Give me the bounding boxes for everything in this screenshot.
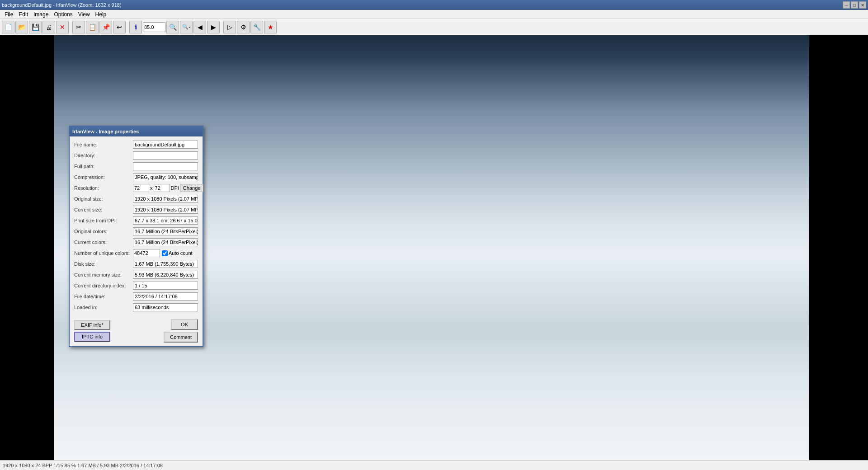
original-size-value: 1920 x 1080 Pixels (2.07 MPixels) (16:9) <box>133 195 198 203</box>
current-colors-value: 16,7 Million (24 BitsPerPixel) <box>133 238 198 246</box>
original-size-row: Original size: 1920 x 1080 Pixels (2.07 … <box>74 194 198 203</box>
info-button[interactable]: ℹ <box>129 21 142 33</box>
undo-button[interactable]: ↩ <box>113 21 126 33</box>
unique-colors-controls: 48472 Auto count <box>133 249 198 257</box>
resolution-unit: DPI <box>171 185 179 191</box>
iptc-info-button[interactable]: IPTC info <box>74 332 110 342</box>
directory-index-label: Current directory index: <box>74 283 133 288</box>
statusbar: 1920 x 1080 x 24 BPP 1/15 85 % 1.67 MB /… <box>0 460 868 470</box>
directory-index-row: Current directory index: 1 / 15 <box>74 281 198 290</box>
directory-label: Directory: <box>74 153 133 158</box>
close-button[interactable]: ✕ <box>859 1 866 9</box>
menu-options[interactable]: Options <box>51 10 75 19</box>
cut-button[interactable]: ✂ <box>72 21 85 33</box>
right-border <box>809 35 868 460</box>
disk-size-label: Disk size: <box>74 261 133 267</box>
titlebar-title: backgroundDefault.jpg - IrfanView (Zoom:… <box>2 2 122 8</box>
file-datetime-label: File date/time: <box>74 294 133 299</box>
open-button[interactable]: 📂 <box>15 21 28 33</box>
memory-size-label: Current memory size: <box>74 272 133 277</box>
file-datetime-value: 2/2/2016 / 14:17:08 <box>133 292 198 301</box>
main-view: IrfanView - Image properties File name: … <box>0 35 868 460</box>
effects-button[interactable]: ★ <box>264 21 277 33</box>
dialog-content: File name: backgroundDefault.jpg Directo… <box>70 136 203 317</box>
full-path-row: Full path: <box>74 162 198 171</box>
full-path-value <box>133 162 198 170</box>
maximize-button[interactable]: □ <box>851 1 858 9</box>
paste-button[interactable]: 📌 <box>99 21 112 33</box>
unique-colors-input[interactable]: 48472 <box>133 249 160 257</box>
titlebar: backgroundDefault.jpg - IrfanView (Zoom:… <box>0 0 868 10</box>
original-colors-label: Original colors: <box>74 229 133 234</box>
next-button[interactable]: ▶ <box>207 21 220 33</box>
current-size-label: Current size: <box>74 207 133 212</box>
unique-colors-label: Number of unique colors: <box>74 250 133 256</box>
compression-row: Compression: JPEG, quality: 100, subsamp… <box>74 173 198 182</box>
resolution-row: Resolution: 72 x 72 DPI Change <box>74 183 198 193</box>
unique-colors-row: Number of unique colors: 48472 Auto coun… <box>74 249 198 258</box>
resolution-x-input[interactable]: 72 <box>133 184 149 192</box>
resolution-y-input[interactable]: 72 <box>154 184 170 192</box>
print-size-row: Print size from DPI: 67.7 x 38.1 cm; 26.… <box>74 216 198 225</box>
disk-size-value: 1.67 MB (1,755,390 Bytes) <box>133 260 198 268</box>
auto-count-label[interactable]: Auto count <box>162 250 193 256</box>
resolution-controls: 72 x 72 DPI Change <box>133 184 203 192</box>
loaded-in-label: Loaded in: <box>74 305 133 310</box>
print-size-label: Print size from DPI: <box>74 218 133 223</box>
menu-image[interactable]: Image <box>31 10 51 19</box>
directory-index-value: 1 / 15 <box>133 282 198 290</box>
toolbar: 📄 📂 💾 🖨 ✕ ✂ 📋 📌 ↩ ℹ 85.0 🔍 🔍- ◀ ▶ ▷ ⚙ 🔧 … <box>0 19 868 35</box>
loaded-in-row: Loaded in: 63 milliseconds <box>74 303 198 312</box>
file-name-value: backgroundDefault.jpg <box>133 141 198 149</box>
file-name-label: File name: <box>74 142 133 147</box>
compression-label: Compression: <box>74 174 133 180</box>
menu-file[interactable]: File <box>2 10 16 19</box>
file-name-row: File name: backgroundDefault.jpg <box>74 140 198 149</box>
dialog-titlebar: IrfanView - Image properties <box>70 127 203 136</box>
disk-size-row: Disk size: 1.67 MB (1,755,390 Bytes) <box>74 259 198 268</box>
minimize-button[interactable]: ─ <box>843 1 850 9</box>
zoom-input[interactable]: 85.0 <box>143 22 165 32</box>
menu-edit[interactable]: Edit <box>16 10 31 19</box>
save-button[interactable]: 💾 <box>29 21 42 33</box>
original-size-label: Original size: <box>74 196 133 202</box>
titlebar-controls: ─ □ ✕ <box>843 1 866 9</box>
batch-button[interactable]: ⚙ <box>237 21 250 33</box>
comment-button[interactable]: Comment <box>164 332 198 343</box>
new-button[interactable]: 📄 <box>2 21 14 33</box>
menu-help[interactable]: Help <box>93 10 109 19</box>
menu-view[interactable]: View <box>75 10 93 19</box>
dialog-title: IrfanView - Image properties <box>72 129 139 134</box>
slideshow-button[interactable]: ▷ <box>223 21 236 33</box>
loaded-in-value: 63 milliseconds <box>133 303 198 311</box>
resolution-x-sep: x <box>150 185 153 191</box>
statusbar-text: 1920 x 1080 x 24 BPP 1/15 85 % 1.67 MB /… <box>3 463 163 468</box>
current-colors-row: Current colors: 16,7 Million (24 BitsPer… <box>74 238 198 247</box>
original-colors-value: 16,7 Million (24 BitsPerPixel) <box>133 227 198 235</box>
copy-button[interactable]: 📋 <box>86 21 99 33</box>
zoom-in-button[interactable]: 🔍 <box>166 21 179 33</box>
directory-value <box>133 151 198 160</box>
zoom-out-button[interactable]: 🔍- <box>180 21 193 33</box>
prev-button[interactable]: ◀ <box>193 21 206 33</box>
full-path-label: Full path: <box>74 164 133 169</box>
memory-size-value: 5.93 MB (6,220,840 Bytes) <box>133 271 198 279</box>
left-border <box>0 35 54 460</box>
dialog-buttons: EXIF info* IPTC info OK Comment <box>70 317 203 346</box>
exif-info-button[interactable]: EXIF info* <box>74 320 110 330</box>
directory-row: Directory: <box>74 151 198 160</box>
auto-count-checkbox[interactable] <box>162 250 168 256</box>
file-datetime-row: File date/time: 2/2/2016 / 14:17:08 <box>74 292 198 301</box>
dialog-right-buttons: OK Comment <box>164 319 198 343</box>
compression-value: JPEG, quality: 100, subsampling OFF <box>133 173 198 181</box>
settings-button[interactable]: 🔧 <box>250 21 263 33</box>
print-button[interactable]: 🖨 <box>42 21 55 33</box>
current-size-value: 1920 x 1080 Pixels (2.07 MPixels) (16:9) <box>133 206 198 214</box>
ok-button[interactable]: OK <box>171 319 198 330</box>
memory-size-row: Current memory size: 5.93 MB (6,220,840 … <box>74 270 198 279</box>
image-properties-dialog: IrfanView - Image properties File name: … <box>69 126 203 347</box>
close-img-button[interactable]: ✕ <box>56 21 69 33</box>
print-size-value: 67.7 x 38.1 cm; 26.67 x 15.00 inches <box>133 216 198 225</box>
current-size-row: Current size: 1920 x 1080 Pixels (2.07 M… <box>74 205 198 214</box>
resolution-change-button[interactable]: Change <box>180 184 204 192</box>
